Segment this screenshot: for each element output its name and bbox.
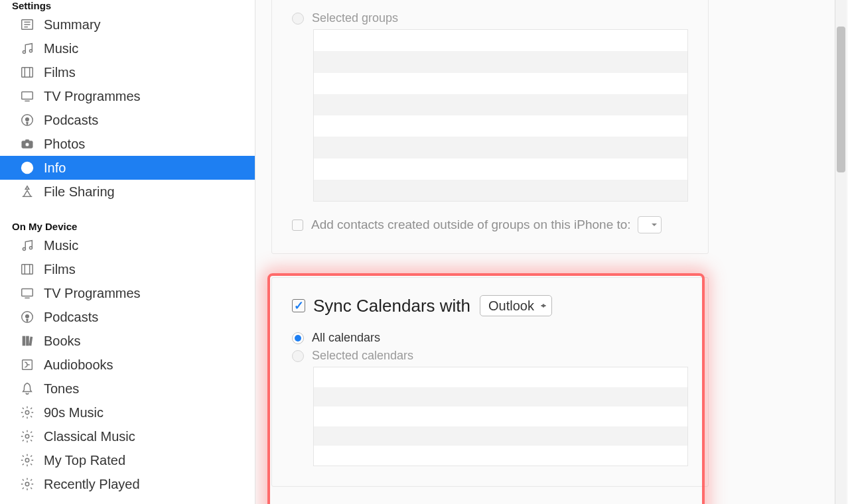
svg-rect-29: [23, 336, 26, 346]
radio-icon: [292, 350, 304, 362]
sidebar-item-90s[interactable]: 90s Music: [0, 401, 255, 424]
svg-point-28: [26, 315, 29, 318]
podcasts-icon: [17, 310, 37, 324]
sidebar-item-label: File Sharing: [44, 184, 115, 200]
sidebar-item-device-films[interactable]: Films: [0, 257, 255, 281]
sidebar-item-podcasts[interactable]: Podcasts: [0, 108, 255, 132]
scrollbar-thumb[interactable]: [837, 27, 845, 172]
checkbox-icon[interactable]: [292, 220, 303, 231]
svg-rect-6: [22, 68, 33, 78]
svg-point-20: [23, 247, 25, 250]
sync-calendars-checkbox[interactable]: [292, 299, 305, 312]
gear-icon: [17, 405, 37, 420]
podcasts-icon: [17, 113, 37, 127]
svg-rect-30: [26, 336, 29, 346]
sidebar: Settings Summary Music Films TV Programm…: [0, 0, 255, 504]
svg-point-18: [27, 164, 28, 166]
sidebar-item-device-tones[interactable]: Tones: [0, 377, 255, 401]
sidebar-item-label: Films: [44, 262, 76, 277]
svg-point-33: [25, 410, 29, 414]
sync-calendars-title: Sync Calendars with: [313, 296, 470, 316]
sidebar-item-device-music[interactable]: Music: [0, 233, 255, 257]
sidebar-item-label: Classical Music: [44, 429, 135, 444]
sidebar-item-recent[interactable]: Recently Played: [0, 472, 255, 496]
sidebar-item-label: Films: [44, 65, 76, 80]
svg-point-21: [29, 247, 32, 249]
sidebar-item-label: 90s Music: [44, 405, 104, 420]
apps-icon: [17, 184, 37, 199]
svg-point-34: [25, 434, 29, 438]
calendars-panel: Sync Calendars with Outlook All calendar…: [271, 277, 709, 487]
sidebar-item-label: Summary: [44, 17, 101, 32]
films-icon: [17, 262, 37, 277]
sidebar-item-label: TV Programmes: [44, 89, 141, 104]
sidebar-item-device-podcasts[interactable]: Podcasts: [0, 305, 255, 329]
selected-calendars-label: Selected calendars: [312, 349, 413, 363]
sidebar-item-label: Photos: [44, 137, 85, 152]
summary-icon: [17, 17, 37, 32]
tv-icon: [17, 286, 37, 300]
main-content: Selected groups Add contacts created out…: [255, 0, 848, 504]
sync-calendars-row: Sync Calendars with Outlook: [292, 295, 688, 316]
svg-point-5: [29, 50, 32, 52]
sidebar-item-toprated[interactable]: My Top Rated: [0, 448, 255, 472]
sidebar-item-device-books[interactable]: Books: [0, 329, 255, 353]
sidebar-item-photos[interactable]: Photos: [0, 132, 255, 156]
sidebar-item-summary[interactable]: Summary: [0, 13, 255, 36]
groups-list: [313, 29, 688, 202]
sidebar-item-label: Music: [44, 41, 78, 56]
scrollbar[interactable]: [835, 0, 847, 504]
gear-icon: [17, 453, 37, 468]
sidebar-item-label: Podcasts: [44, 310, 98, 325]
info-icon: [17, 160, 37, 175]
sync-app-select[interactable]: Outlook: [480, 295, 552, 316]
sidebar-item-tv[interactable]: TV Programmes: [0, 84, 255, 108]
sidebar-item-label: Info: [44, 160, 66, 176]
sidebar-item-films[interactable]: Films: [0, 60, 255, 84]
svg-point-36: [25, 482, 29, 486]
tv-icon: [17, 89, 37, 103]
gear-icon: [17, 477, 37, 491]
svg-point-35: [25, 458, 29, 462]
sidebar-item-label: Podcasts: [44, 113, 98, 128]
svg-point-12: [26, 118, 29, 121]
sidebar-item-device-tv[interactable]: TV Programmes: [0, 281, 255, 305]
svg-rect-9: [22, 92, 33, 99]
svg-point-14: [25, 143, 29, 147]
sidebar-item-label: Tones: [44, 381, 79, 397]
music-icon: [17, 41, 37, 56]
contacts-panel: Selected groups Add contacts created out…: [271, 0, 709, 254]
svg-rect-22: [22, 265, 33, 275]
selected-groups-radio-row: Selected groups: [292, 11, 688, 25]
music-icon: [17, 238, 37, 253]
add-outside-label: Add contacts created outside of groups o…: [311, 218, 631, 232]
outside-group-select[interactable]: [638, 216, 662, 233]
all-calendars-radio-row[interactable]: All calendars: [292, 331, 688, 345]
sidebar-item-filesharing[interactable]: File Sharing: [0, 180, 255, 204]
settings-header: Settings: [0, 0, 255, 13]
sidebar-item-music[interactable]: Music: [0, 36, 255, 60]
sidebar-item-device-audiobooks[interactable]: Audiobooks: [0, 353, 255, 377]
radio-icon: [292, 332, 304, 344]
sidebar-item-label: Music: [44, 238, 78, 253]
photos-icon: [17, 137, 37, 151]
add-outside-option: Add contacts created outside of groups o…: [292, 216, 688, 233]
svg-rect-25: [22, 289, 33, 296]
sidebar-item-classical[interactable]: Classical Music: [0, 424, 255, 448]
sidebar-item-label: Audiobooks: [44, 357, 113, 373]
device-header: On My Device: [0, 221, 255, 233]
sidebar-item-label: Recently Played: [44, 477, 140, 492]
svg-rect-31: [29, 336, 33, 346]
sidebar-item-label: TV Programmes: [44, 286, 141, 301]
sidebar-item-label: Books: [44, 334, 81, 349]
sidebar-item-label: My Top Rated: [44, 453, 125, 468]
tones-icon: [17, 381, 37, 396]
films-icon: [17, 65, 37, 80]
books-icon: [17, 334, 37, 348]
sidebar-item-info[interactable]: Info: [0, 156, 255, 180]
audiobooks-icon: [17, 357, 37, 372]
radio-icon: [292, 13, 304, 25]
selected-groups-label: Selected groups: [312, 11, 398, 25]
svg-point-4: [23, 50, 25, 53]
selected-calendars-radio-row[interactable]: Selected calendars: [292, 349, 688, 363]
